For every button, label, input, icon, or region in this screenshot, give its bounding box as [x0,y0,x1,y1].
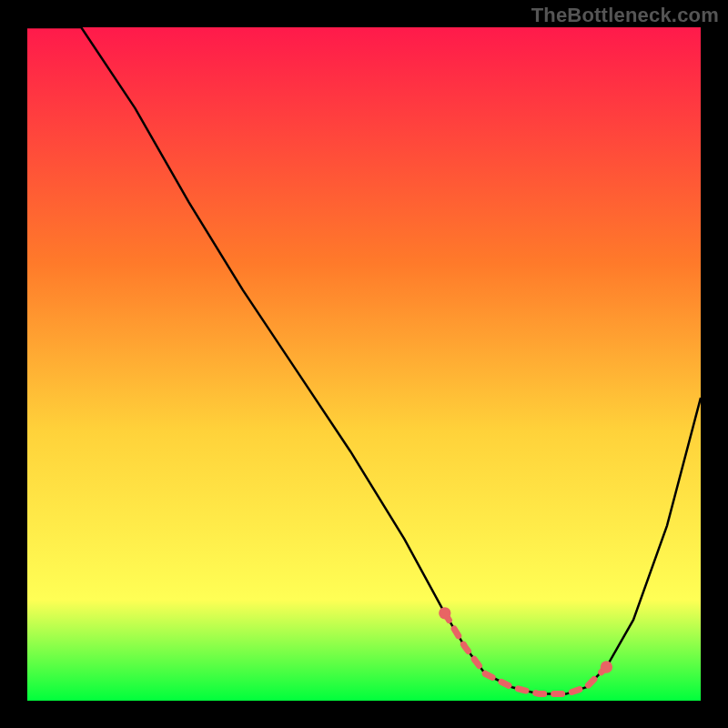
watermark-text: TheBottleneck.com [531,4,719,27]
bottleneck-plot [27,27,701,701]
accent-dot-end [601,661,612,672]
chart-frame: TheBottleneck.com [0,0,728,728]
plot-svg [27,27,701,701]
gradient-background [27,27,701,701]
accent-dot-start [439,607,450,619]
